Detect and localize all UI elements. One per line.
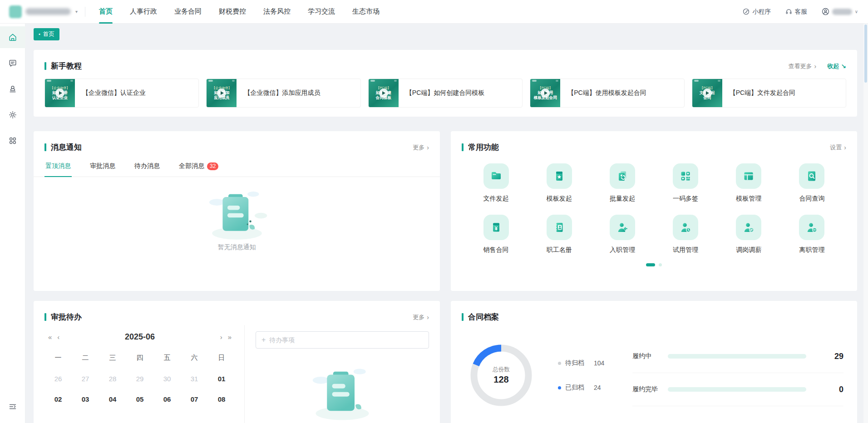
nav-item-hr-admin[interactable]: 人事行政: [130, 0, 157, 24]
todo-input-wrap[interactable]: +: [256, 331, 429, 349]
functions-grid: 文件发起 模板发起: [451, 152, 857, 254]
play-icon[interactable]: [703, 89, 712, 98]
tutorial-card-add-members[interactable]: 【企业微信】 如何添加 应用成员 【企业微信】添加应用成员: [206, 79, 360, 108]
chevron-down-icon[interactable]: ∨: [855, 9, 858, 14]
function-item-contract-search[interactable]: 合同查询: [780, 163, 843, 203]
scrollbar-thumb[interactable]: [864, 25, 867, 83]
nav-item-home[interactable]: 首页: [99, 0, 113, 24]
calendar-day[interactable]: 01: [208, 375, 235, 383]
function-item-probation[interactable]: 试用管理: [654, 215, 717, 254]
calendar-day[interactable]: 30: [153, 375, 181, 383]
person-transfer-icon: [742, 221, 755, 234]
pagination-dot-2[interactable]: [659, 263, 662, 266]
calendar-day[interactable]: 31: [181, 375, 208, 383]
function-item-transfer-salary[interactable]: 调岗调薪: [717, 215, 780, 254]
tutorial-card-create-template[interactable]: 【PC端】 如何创建 合同模板 【PC端】如何创建合同模板: [368, 79, 523, 108]
thumb-corner-mark: [70, 80, 73, 82]
nav-item-legal-risk[interactable]: 法务风控: [263, 0, 291, 24]
play-icon[interactable]: [379, 89, 388, 98]
function-item-onboarding[interactable]: 入职管理: [591, 215, 654, 254]
functions-settings-link[interactable]: 设置›: [830, 143, 846, 152]
folder-icon: [490, 170, 503, 182]
arrow-down-right-icon: ↘: [841, 63, 846, 69]
chevron-right-icon: ›: [427, 314, 429, 320]
play-icon[interactable]: [541, 89, 550, 98]
play-icon[interactable]: [55, 89, 64, 98]
messages-more-link[interactable]: 更多›: [413, 143, 429, 152]
messages-empty-state: 暂无消息通知: [34, 188, 440, 251]
main-nav: 首页 人事行政 业务合同 财税费控 法务风控 学习交流 生态市场: [99, 0, 380, 24]
calendar-day[interactable]: 05: [126, 395, 153, 403]
calendar-day[interactable]: 03: [72, 395, 99, 403]
company-logo[interactable]: ▾: [0, 5, 78, 18]
collapse-link[interactable]: 收起↘: [827, 62, 846, 70]
function-item-sales-contract[interactable]: 销售合同: [464, 215, 528, 254]
archive-bars: 履约中 29 履约完毕 0: [632, 342, 843, 408]
video-thumbnail: 【企业微信】 如何注册 认证企业: [45, 79, 75, 108]
tutorial-cards: 【企业微信】 如何注册 认证企业 【企业微信】认证企业 【企业微信】 如何添加 …: [34, 71, 857, 117]
nav-item-eco-market[interactable]: 生态市场: [352, 0, 380, 24]
yuan-doc-icon: [490, 221, 503, 234]
function-item-offboarding[interactable]: 离职管理: [780, 215, 843, 254]
tab-approval-messages[interactable]: 审批消息: [89, 156, 116, 177]
calendar-day[interactable]: 28: [99, 375, 126, 383]
collapse-sidebar-icon: [9, 403, 17, 411]
sidebar-item-settings[interactable]: [0, 104, 25, 126]
gear-icon: [8, 110, 17, 119]
chevron-down-icon[interactable]: ▾: [75, 9, 78, 14]
breadcrumb-tag-home[interactable]: • 首页: [34, 28, 59, 40]
sidebar-item-apps[interactable]: [0, 130, 25, 152]
calendar-day[interactable]: 02: [44, 395, 72, 403]
prev-month-button[interactable]: ‹: [54, 333, 62, 341]
user-account[interactable]: ∨: [822, 8, 858, 15]
thumb-corner-mark: [394, 80, 397, 82]
tutorial-card-file-initiate[interactable]: 【PC端】 文件发起 合同 【PC端】文件发起合同: [692, 79, 846, 108]
nav-item-learning[interactable]: 学习交流: [308, 0, 335, 24]
miniprogram-icon: [743, 8, 750, 15]
sidebar-item-messages[interactable]: [0, 52, 25, 74]
view-more-link[interactable]: 查看更多›: [789, 62, 817, 70]
play-icon[interactable]: [217, 89, 226, 98]
function-item-batch-initiate[interactable]: 批量发起: [591, 163, 654, 203]
calendar-day[interactable]: 08: [208, 395, 235, 403]
title-accent-bar: [44, 62, 46, 70]
sidebar-collapse-button[interactable]: [0, 396, 25, 418]
next-year-button[interactable]: »: [225, 333, 234, 341]
apps-grid-icon: [8, 136, 17, 145]
template-doc-icon: [553, 170, 566, 182]
calendar-day[interactable]: 29: [126, 375, 153, 383]
tutorial-card-verify-company[interactable]: 【企业微信】 如何注册 认证企业 【企业微信】认证企业: [44, 79, 199, 108]
sidebar-item-home[interactable]: [0, 26, 25, 48]
home-icon: [8, 33, 17, 42]
calendar-day[interactable]: 26: [44, 375, 72, 383]
next-month-button[interactable]: ›: [217, 333, 225, 341]
tab-pinned-messages[interactable]: 置顶消息: [44, 156, 72, 177]
nav-item-tax-expense[interactable]: 财税费控: [219, 0, 246, 24]
todo-input[interactable]: [269, 336, 423, 344]
todo-clipboard-illustration: [306, 365, 379, 422]
miniprogram-button[interactable]: 小程序: [743, 8, 771, 16]
calendar-day[interactable]: 27: [72, 375, 99, 383]
function-item-employee-roster[interactable]: 职工名册: [528, 215, 591, 254]
calendar-day[interactable]: 07: [181, 395, 208, 403]
tab-all-messages[interactable]: 全部消息 32: [178, 156, 219, 177]
tutorial-card-template-initiate[interactable]: 【PC端】 如何使用 模板发起合同 【PC端】使用模板发起合同: [530, 79, 684, 108]
legend-dot-gray: [558, 362, 561, 365]
nav-item-business-contract[interactable]: 业务合同: [174, 0, 202, 24]
support-button[interactable]: 客服: [785, 8, 807, 16]
function-item-file-initiate[interactable]: 文件发起: [464, 163, 528, 203]
bullet-icon: •: [39, 31, 40, 37]
calendar-day[interactable]: 06: [153, 395, 181, 403]
function-item-template-initiate[interactable]: 模板发起: [528, 163, 591, 203]
pagination-dot-1[interactable]: [646, 263, 655, 266]
function-item-qr-multisign[interactable]: 一码多签: [654, 163, 717, 203]
calendar-day[interactable]: 04: [99, 395, 126, 403]
sidebar-item-seal[interactable]: [0, 78, 25, 100]
approvals-more-link[interactable]: 更多›: [413, 313, 429, 321]
section-title-tutorial: 新手教程: [44, 61, 82, 71]
title-accent-bar: [44, 143, 46, 151]
prev-year-button[interactable]: «: [45, 333, 54, 341]
tab-todo-messages[interactable]: 待办消息: [133, 156, 161, 177]
function-item-template-manage[interactable]: 模板管理: [717, 163, 780, 203]
user-avatar-icon: [822, 8, 829, 15]
